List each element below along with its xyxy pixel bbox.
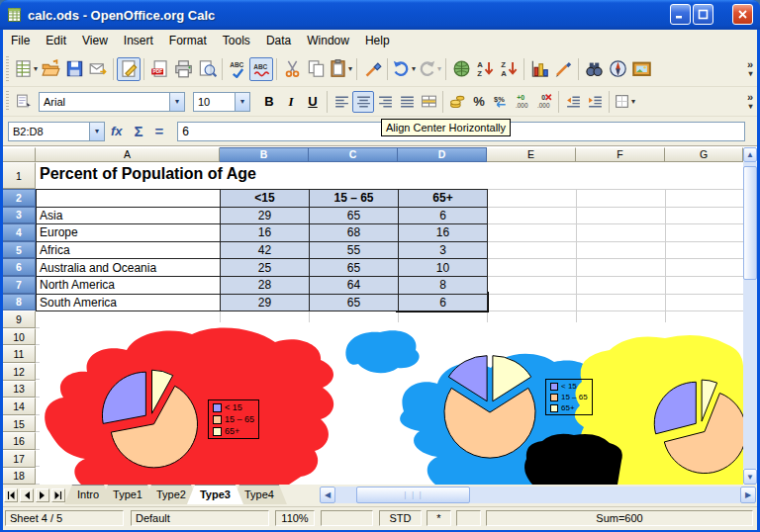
auto-spellcheck-button[interactable]: ABC: [249, 57, 273, 81]
new-document-button[interactable]: ▾: [13, 57, 39, 81]
scroll-right-button[interactable]: ▶: [740, 487, 756, 503]
function-button[interactable]: =: [155, 123, 164, 139]
row-header-14[interactable]: 14: [3, 398, 36, 415]
cell-B3[interactable]: 29: [221, 208, 310, 225]
select-all-corner[interactable]: [3, 147, 36, 162]
sum-button[interactable]: Σ: [135, 123, 143, 139]
cell-A1-title[interactable]: Percent of Population of Age: [40, 165, 256, 183]
format-paintbrush-button[interactable]: [360, 57, 384, 81]
cell-B4[interactable]: 16: [221, 224, 310, 242]
status-sum[interactable]: Sum=600: [486, 510, 753, 526]
cell-A3[interactable]: Asia: [37, 208, 221, 225]
status-modified-flag[interactable]: *: [427, 510, 451, 526]
sheet-tab-type3[interactable]: Type3: [187, 485, 243, 504]
next-sheet-button[interactable]: [36, 488, 49, 502]
cell-D6[interactable]: 10: [399, 259, 488, 277]
font-name-dropdown-icon[interactable]: ▾: [169, 93, 184, 111]
row-header-4[interactable]: 4: [3, 223, 36, 241]
decrease-indent-button[interactable]: [562, 91, 584, 113]
delete-decimal-button[interactable]: 0.000: [533, 91, 555, 113]
underline-button[interactable]: U: [302, 91, 324, 113]
row-header-15[interactable]: 15: [3, 415, 36, 433]
column-header-C[interactable]: C: [309, 147, 398, 162]
row-header-9[interactable]: 9: [3, 310, 36, 328]
menu-edit[interactable]: Edit: [38, 31, 74, 50]
cell-C2[interactable]: 15 – 65: [310, 190, 399, 208]
row-header-2[interactable]: 2: [3, 189, 36, 207]
cell-C7[interactable]: 64: [310, 277, 399, 295]
scroll-down-button[interactable]: ▼: [743, 469, 757, 485]
borders-button[interactable]: ▾: [613, 91, 636, 113]
horizontal-scrollbar-thumb[interactable]: ❘❘❘: [356, 487, 470, 503]
font-name-combo[interactable]: Arial▾: [39, 92, 185, 112]
show-draw-functions-button[interactable]: [551, 57, 575, 81]
minimize-button[interactable]: [670, 4, 691, 25]
status-insert-mode[interactable]: [321, 510, 373, 526]
status-zoom[interactable]: 110%: [275, 510, 315, 526]
redo-button[interactable]: ▾: [417, 57, 442, 81]
align-justified-button[interactable]: [396, 91, 418, 113]
cell-C3[interactable]: 65: [310, 208, 399, 225]
align-left-button[interactable]: [331, 91, 352, 113]
column-header-A[interactable]: A: [36, 147, 220, 162]
cell-B2[interactable]: <15: [221, 190, 310, 208]
close-button[interactable]: [732, 4, 753, 25]
menu-data[interactable]: Data: [258, 31, 299, 50]
open-button[interactable]: [39, 57, 62, 81]
cell-A6[interactable]: Australia and Oceania: [37, 259, 221, 277]
menu-insert[interactable]: Insert: [116, 31, 161, 50]
align-center-button[interactable]: [352, 91, 374, 113]
column-header-B[interactable]: B: [220, 147, 309, 162]
cell-D7[interactable]: 8: [399, 277, 488, 295]
gallery-button[interactable]: [629, 57, 653, 81]
cell-A8[interactable]: South America: [37, 295, 221, 312]
sort-descending-button[interactable]: ZA: [497, 57, 521, 81]
menu-format[interactable]: Format: [161, 31, 215, 50]
row-header-5[interactable]: 5: [3, 241, 36, 259]
increase-indent-button[interactable]: [584, 91, 606, 113]
cell-C8[interactable]: 65: [310, 295, 399, 312]
cell-B8[interactable]: 29: [221, 295, 310, 312]
row-header-7[interactable]: 7: [3, 276, 36, 294]
row-header-18[interactable]: 18: [3, 468, 36, 485]
scroll-left-button[interactable]: ◀: [320, 487, 335, 503]
cell-B5[interactable]: 42: [221, 242, 310, 260]
row-header-12[interactable]: 12: [3, 363, 36, 381]
email-button[interactable]: [86, 57, 110, 81]
toolbar-grip[interactable]: [6, 91, 9, 111]
bold-button[interactable]: B: [258, 91, 280, 113]
column-header-E[interactable]: E: [487, 147, 576, 162]
find-replace-button[interactable]: [582, 57, 606, 81]
row-header-6[interactable]: 6: [3, 258, 36, 276]
paste-button[interactable]: ▾: [328, 57, 353, 81]
currency-format-button[interactable]: [446, 91, 468, 113]
toolbar-overflow-button[interactable]: »▾: [747, 93, 753, 111]
map-pie-chart-object[interactable]: < 15 15 – 65 65+ < 15 15 – 65 65+: [40, 322, 743, 485]
font-size-dropdown-icon[interactable]: ▾: [235, 93, 249, 111]
cell-D5[interactable]: 3: [399, 242, 488, 260]
column-header-F[interactable]: F: [576, 147, 665, 162]
toolbar-overflow-button[interactable]: »▾: [747, 60, 753, 78]
export-pdf-button[interactable]: PDF: [147, 57, 171, 81]
cell-A4[interactable]: Europe: [37, 224, 221, 242]
font-size-combo[interactable]: 10▾: [193, 92, 250, 112]
toolbar-grip[interactable]: [6, 56, 9, 81]
copy-button[interactable]: [304, 57, 328, 81]
italic-button[interactable]: I: [280, 91, 302, 113]
status-page-style[interactable]: Default: [131, 510, 269, 526]
standard-format-button[interactable]: $%: [490, 91, 512, 113]
previous-sheet-button[interactable]: [20, 488, 34, 502]
insert-chart-button[interactable]: [527, 57, 551, 81]
cell-A2[interactable]: [37, 190, 221, 208]
row-header-16[interactable]: 16: [3, 432, 36, 450]
status-selection-mode[interactable]: STD: [379, 510, 422, 526]
row-header-11[interactable]: 11: [3, 345, 36, 363]
status-sheet-position[interactable]: Sheet 4 / 5: [5, 510, 124, 526]
row-header-10[interactable]: 10: [3, 328, 36, 346]
scroll-up-button[interactable]: ▲: [743, 147, 757, 162]
merge-cells-button[interactable]: [418, 91, 439, 113]
function-wizard-button[interactable]: fx: [111, 124, 123, 138]
cell-D2[interactable]: 65+: [399, 190, 488, 208]
cell-D8[interactable]: 6: [399, 295, 488, 312]
row-header-13[interactable]: 13: [3, 381, 36, 399]
